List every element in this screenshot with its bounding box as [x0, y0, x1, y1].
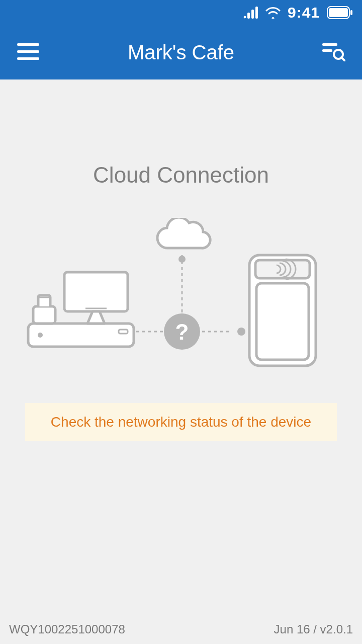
svg-rect-10	[322, 43, 337, 46]
status-bar: 9:41	[0, 0, 362, 25]
card-terminal-icon	[249, 255, 316, 366]
network-status-banner[interactable]: Check the networking status of the devic…	[25, 403, 337, 441]
search-list-button[interactable]	[322, 40, 346, 64]
menu-button[interactable]	[16, 40, 40, 64]
svg-point-16	[178, 256, 186, 263]
svg-line-13	[341, 57, 345, 61]
svg-rect-21	[33, 306, 55, 324]
svg-point-17	[237, 328, 245, 336]
svg-rect-8	[17, 50, 39, 53]
date-version: Jun 16 / v2.0.1	[274, 622, 353, 636]
svg-point-20	[38, 333, 43, 338]
cellular-signal-icon	[243, 7, 258, 19]
status-time: 9:41	[288, 4, 320, 21]
svg-rect-18	[28, 324, 134, 347]
svg-point-0	[244, 16, 246, 19]
svg-rect-26	[256, 283, 309, 360]
svg-rect-5	[329, 8, 348, 17]
battery-icon	[327, 6, 353, 19]
page-title: Mark's Cafe	[40, 41, 322, 64]
svg-rect-1	[247, 13, 250, 19]
svg-rect-3	[255, 7, 258, 19]
device-id: WQY1002251000078	[9, 622, 125, 636]
main-content: Cloud Connection	[0, 79, 362, 619]
svg-rect-22	[64, 272, 128, 311]
section-title: Cloud Connection	[93, 163, 269, 188]
svg-rect-25	[255, 260, 310, 278]
hamburger-icon	[17, 42, 39, 62]
wifi-icon	[265, 7, 281, 19]
svg-rect-6	[350, 10, 352, 15]
svg-text:?: ?	[175, 319, 189, 344]
connection-diagram: ?	[25, 218, 337, 374]
footer: WQY1002251000078 Jun 16 / v2.0.1	[0, 619, 362, 644]
svg-rect-9	[17, 57, 39, 60]
search-list-icon	[322, 41, 345, 63]
app-header: Mark's Cafe	[0, 25, 362, 79]
question-status-icon: ?	[164, 313, 200, 350]
svg-rect-7	[17, 43, 39, 46]
cloud-icon	[157, 218, 210, 248]
svg-rect-2	[251, 10, 254, 19]
pos-computer-icon	[28, 272, 134, 347]
svg-rect-11	[322, 49, 332, 52]
